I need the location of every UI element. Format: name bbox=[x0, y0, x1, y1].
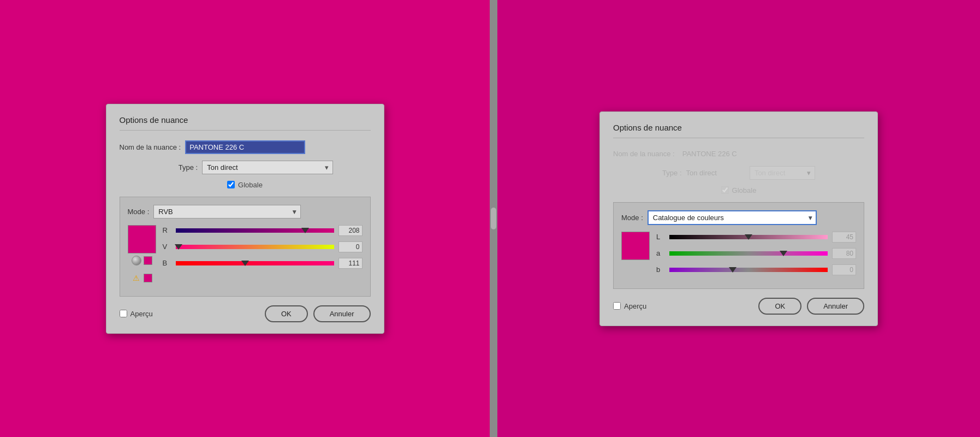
type-row-right: Type : Ton direct Ton direct ▾ bbox=[613, 166, 864, 180]
right-dialog-title: Options de nuance bbox=[613, 123, 864, 138]
thumb-a bbox=[780, 251, 787, 256]
color-preview-swatch-right bbox=[621, 232, 650, 260]
mode-row-right: Mode : Catalogue de couleurs RVB CMJN La… bbox=[621, 210, 856, 225]
slider-track-b2[interactable] bbox=[669, 265, 828, 274]
mode-section-right: Mode : Catalogue de couleurs RVB CMJN La… bbox=[613, 202, 864, 289]
thumb-l bbox=[745, 234, 752, 240]
apercu-checkbox[interactable] bbox=[120, 310, 127, 317]
value-l: 45 bbox=[832, 232, 856, 243]
right-panel: Options de nuance Nom de la nuance : PAN… bbox=[497, 0, 980, 437]
value-input-b[interactable] bbox=[338, 258, 363, 269]
color-preview-area-right: L 45 a 80 bbox=[621, 232, 856, 281]
track-b2 bbox=[669, 268, 828, 272]
slider-label-a: a bbox=[656, 249, 665, 257]
globale-row-right: Globale bbox=[613, 186, 864, 194]
ok-button-left[interactable]: OK bbox=[265, 305, 308, 322]
slider-row-b2: b 0 bbox=[656, 264, 856, 275]
slider-row-b: B bbox=[163, 258, 363, 269]
globale-label: Globale bbox=[238, 181, 263, 189]
mode-label: Mode : bbox=[128, 208, 150, 216]
value-input-v[interactable] bbox=[338, 241, 363, 252]
type-label-right: Type : bbox=[662, 169, 681, 177]
globale-checkbox-row: Globale bbox=[120, 181, 371, 189]
globale-checkbox-right bbox=[721, 186, 729, 194]
type-field-row: Type : Ton direct Quadrichromie Bichromi… bbox=[141, 161, 371, 174]
slider-row-a: a 80 bbox=[656, 248, 856, 259]
slider-label-v: V bbox=[163, 243, 171, 251]
globale-checkbox[interactable] bbox=[227, 181, 235, 188]
type-select-right: Ton direct bbox=[750, 166, 815, 180]
apercu-label-right: Aperçu bbox=[624, 302, 646, 310]
value-input-r[interactable] bbox=[338, 225, 363, 236]
apercu-area-right: Aperçu bbox=[613, 302, 753, 310]
panel-divider bbox=[490, 0, 497, 437]
cancel-button-left[interactable]: Annuler bbox=[313, 305, 371, 322]
apercu-area: Aperçu bbox=[120, 310, 259, 318]
name-field-row-right: Nom de la nuance : PANTONE 226 C bbox=[613, 148, 864, 160]
slider-track-a[interactable] bbox=[669, 249, 828, 258]
bottom-row-right: Aperçu OK Annuler bbox=[613, 298, 864, 315]
slider-track-r[interactable] bbox=[176, 226, 334, 235]
type-select-wrapper[interactable]: Ton direct Quadrichromie Bichromie bbox=[202, 161, 333, 174]
left-dialog-title: Options de nuance bbox=[120, 115, 371, 131]
left-dialog: Options de nuance Nom de la nuance : Typ… bbox=[106, 104, 384, 334]
ok-button-right[interactable]: OK bbox=[758, 298, 801, 315]
slider-track-b[interactable] bbox=[176, 259, 334, 268]
right-dialog: Options de nuance Nom de la nuance : PAN… bbox=[599, 111, 878, 326]
name-label-right: Nom de la nuance : bbox=[613, 150, 675, 158]
value-b2: 0 bbox=[832, 264, 856, 275]
mode-label-right: Mode : bbox=[621, 214, 643, 222]
warning-icon-row: ⚠ bbox=[132, 273, 152, 283]
bottom-row-left: Aperçu OK Annuler bbox=[120, 305, 371, 322]
divider-handle[interactable] bbox=[491, 208, 496, 229]
color-preview-swatch bbox=[128, 225, 156, 253]
thumb-b2 bbox=[729, 267, 737, 273]
value-a: 80 bbox=[832, 248, 856, 259]
mode-section: Mode : RVB CMJN Lab TSL ▾ bbox=[120, 197, 371, 297]
thumb-v bbox=[175, 244, 182, 250]
left-panel: Options de nuance Nom de la nuance : Typ… bbox=[0, 0, 490, 437]
name-field-row: Nom de la nuance : bbox=[120, 140, 371, 154]
apercu-checkbox-right[interactable] bbox=[613, 302, 621, 310]
slider-label-r: R bbox=[163, 226, 171, 234]
mode-select-wrapper-right[interactable]: Catalogue de couleurs RVB CMJN Lab ▾ bbox=[648, 210, 817, 225]
cancel-button-right[interactable]: Annuler bbox=[807, 298, 864, 315]
type-select[interactable]: Ton direct Quadrichromie Bichromie bbox=[202, 161, 333, 174]
mode-select[interactable]: RVB CMJN Lab TSL bbox=[153, 205, 301, 218]
name-input[interactable] bbox=[185, 140, 305, 154]
warning-square-icon bbox=[144, 274, 152, 282]
slider-row-r: R bbox=[163, 225, 363, 236]
color-preview-area: ⚠ R V bbox=[128, 225, 363, 288]
slider-row-l: L 45 bbox=[656, 232, 856, 243]
slider-track-l[interactable] bbox=[669, 233, 828, 241]
slider-row-v: V bbox=[163, 241, 363, 252]
mode-row: Mode : RVB CMJN Lab TSL ▾ bbox=[128, 205, 363, 218]
slider-label-l: L bbox=[656, 233, 665, 241]
name-label: Nom de la nuance : bbox=[120, 143, 181, 151]
globale-label-right: Globale bbox=[732, 186, 757, 194]
color-square-icon bbox=[144, 256, 152, 265]
mode-select-wrapper[interactable]: RVB CMJN Lab TSL ▾ bbox=[153, 205, 301, 218]
slider-label-b2: b bbox=[656, 265, 665, 274]
apercu-label: Aperçu bbox=[130, 310, 153, 318]
type-label: Type : bbox=[179, 163, 198, 172]
thumb-r bbox=[301, 228, 309, 233]
dimmed-section: Nom de la nuance : PANTONE 226 C Type : … bbox=[613, 148, 864, 194]
type-value-right: Ton direct bbox=[686, 169, 717, 177]
sliders-area: R V bbox=[163, 225, 363, 274]
track-b bbox=[176, 261, 334, 265]
thumb-b bbox=[241, 261, 249, 266]
name-value-right: PANTONE 226 C bbox=[679, 148, 864, 160]
type-select-wrapper-right: Ton direct ▾ bbox=[750, 166, 815, 180]
slider-label-b: B bbox=[163, 259, 171, 267]
track-a bbox=[669, 251, 828, 256]
track-v bbox=[176, 245, 334, 249]
mode-select-right[interactable]: Catalogue de couleurs RVB CMJN Lab bbox=[648, 210, 817, 225]
warning-icon: ⚠ bbox=[132, 273, 141, 283]
track-r bbox=[176, 228, 334, 233]
sliders-area-right: L 45 a 80 bbox=[656, 232, 856, 281]
sphere-icon bbox=[132, 256, 141, 265]
icon-row bbox=[132, 256, 152, 265]
slider-track-v[interactable] bbox=[176, 243, 334, 251]
